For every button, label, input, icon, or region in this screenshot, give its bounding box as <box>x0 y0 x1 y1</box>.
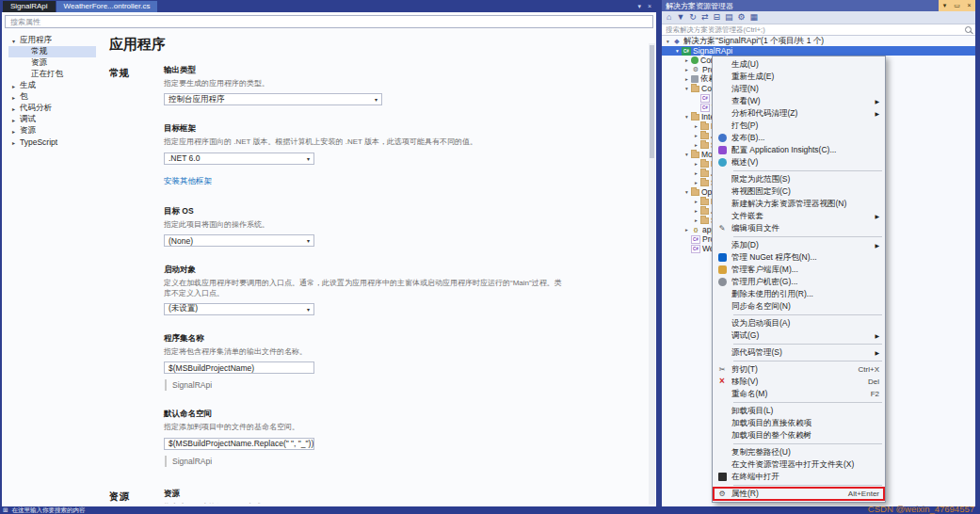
sync-active-document-icon[interactable]: ⇄ <box>701 11 709 24</box>
close-document-icon[interactable]: × <box>648 3 651 10</box>
expander-icon[interactable]: ▾ <box>683 86 691 91</box>
window-position-icon[interactable]: ▾ <box>939 0 951 11</box>
menu-item[interactable]: 限定为此范围(S) <box>713 173 885 185</box>
solution-explorer-search[interactable] <box>662 24 975 36</box>
expander-icon[interactable]: ▸ <box>683 76 691 82</box>
menu-item[interactable]: 配置 Application Insights(C)... <box>713 144 885 156</box>
expander-icon[interactable]: ▾ <box>683 152 691 157</box>
menu-item[interactable]: 重命名(M)F2 <box>713 388 885 400</box>
target-os-dropdown[interactable]: (None) ▾ <box>164 234 314 247</box>
expander-icon[interactable]: ▸ <box>692 123 700 129</box>
expander-icon[interactable]: ▸ <box>692 170 700 176</box>
collapse-all-icon[interactable]: ⊟ <box>713 11 720 24</box>
section-heading-resources: 资源 <box>109 489 164 504</box>
expander-icon[interactable]: ▾ <box>664 39 672 44</box>
menu-item[interactable]: 删除未使用的引用(R)... <box>713 288 885 300</box>
menu-item[interactable]: 概述(V) <box>713 156 885 169</box>
scrollbar-thumb[interactable] <box>650 45 654 158</box>
menu-item[interactable]: 管理客户端库(M)... <box>713 264 885 276</box>
menu-item[interactable]: 同步命名空间(N) <box>713 300 885 313</box>
menu-item[interactable]: 分析和代码清理(Z)▶ <box>713 107 885 120</box>
menu-item[interactable]: 卸载项目(L) <box>713 405 885 417</box>
refresh-icon[interactable]: ↻ <box>689 11 697 24</box>
props-nav-item[interactable]: ▸生成 <box>8 80 96 91</box>
menu-item[interactable]: ✂剪切(T)Ctrl+X <box>713 363 885 376</box>
menu-item[interactable]: 加载项目的直接依赖项 <box>713 417 885 429</box>
expander-icon[interactable]: ▾ <box>683 114 691 120</box>
menu-item[interactable]: 新建解决方案资源管理器视图(N) <box>713 198 885 210</box>
menu-item[interactable]: 源代码管理(S)▶ <box>713 346 885 359</box>
startup-object-dropdown[interactable]: (未设置) ▾ <box>164 303 314 315</box>
expander-icon[interactable]: ▸ <box>692 208 700 214</box>
home-icon[interactable]: ⌂ <box>667 11 671 24</box>
show-all-files-icon[interactable]: ▤ <box>725 11 733 24</box>
expander-icon[interactable]: ▸ <box>692 199 700 204</box>
props-nav-item[interactable]: ▸代码分析 <box>8 103 96 114</box>
output-type-dropdown[interactable]: 控制台应用程序 ▾ <box>164 93 382 105</box>
tree-item[interactable]: ▾◆解决方案"SignalRApi"(1 个项目/共 1 个) <box>662 37 975 46</box>
expander-icon[interactable]: ▸ <box>692 217 700 223</box>
menu-item[interactable]: 将视图固定到(C) <box>713 185 885 198</box>
start-icon[interactable]: ⊞ <box>3 506 8 514</box>
document-scrollbar[interactable] <box>649 43 655 505</box>
filter-icon[interactable]: ▼ <box>676 11 684 24</box>
menu-item[interactable]: 发布(B)... <box>713 132 885 144</box>
expander-icon[interactable]: ▾ <box>683 189 691 195</box>
menu-item[interactable]: ✎编辑项目文件 <box>713 222 885 234</box>
menu-item-label: 生成(U) <box>731 59 879 71</box>
menu-item[interactable]: 调试(G)▶ <box>713 329 885 342</box>
document-list-chevron-icon[interactable]: ▾ <box>637 3 641 10</box>
expander-icon[interactable]: ▸ <box>683 227 691 233</box>
properties-icon[interactable]: ⚙ <box>738 11 746 24</box>
chevron-right-icon: ▸ <box>10 105 17 112</box>
menu-item[interactable]: ×移除(V)Del <box>713 376 885 388</box>
menu-item[interactable]: ⚙属性(R)Alt+Enter <box>713 488 885 500</box>
properties-search-input[interactable] <box>5 15 653 28</box>
props-nav-item[interactable]: ▸调试 <box>8 114 96 125</box>
expander-icon[interactable]: ▾ <box>673 48 682 54</box>
tree-item[interactable]: ▾C#SignalRApi <box>662 46 975 56</box>
expander-icon[interactable]: ▸ <box>683 67 691 72</box>
menu-item[interactable]: 添加(D)▶ <box>713 239 885 251</box>
status-bar[interactable]: ⊞ 在这里输入你要搜索的内容 <box>0 506 980 514</box>
props-nav-item[interactable]: 资源 <box>8 57 96 69</box>
menu-item[interactable]: 加载项目的整个依赖树 <box>713 429 885 442</box>
props-nav-item[interactable]: ▸TypeScript <box>8 137 96 148</box>
expander-icon[interactable]: ▸ <box>683 57 691 63</box>
default-namespace-input[interactable]: $(MSBuildProjectName.Replace(" ", "_")) <box>164 438 314 450</box>
menu-item-label: 调试(G) <box>731 330 869 342</box>
props-nav-item[interactable]: 常规 <box>8 46 96 57</box>
menu-item[interactable]: 在终端中打开 <box>713 471 885 483</box>
expander-icon[interactable]: ▸ <box>692 161 700 167</box>
expander-icon[interactable]: ▸ <box>692 142 700 148</box>
solution-explorer-titlebar[interactable]: 解决方案资源管理器 ▾▭× <box>662 0 975 11</box>
menu-item[interactable]: 查看(W)▶ <box>713 95 885 107</box>
menu-item[interactable]: 重新生成(E) <box>713 71 885 83</box>
status-text[interactable]: 在这里输入你要搜索的内容 <box>11 506 85 514</box>
menu-item[interactable]: 复制完整路径(U) <box>713 446 885 458</box>
props-nav-item[interactable]: ▾应用程序 <box>8 35 96 46</box>
close-icon[interactable]: × <box>963 0 975 11</box>
assembly-name-input[interactable]: $(MSBuildProjectName) <box>164 361 314 374</box>
tab-signalrapi[interactable]: SignalRApi <box>3 1 56 12</box>
props-nav-item[interactable]: ▸资源 <box>8 125 96 137</box>
menu-item[interactable]: 生成(U) <box>713 58 885 71</box>
menu-item[interactable]: 打包(P) <box>713 120 885 132</box>
menu-item[interactable]: 管理 NuGet 程序包(N)... <box>713 251 885 264</box>
menu-item[interactable]: 设为启动项目(A) <box>713 317 885 329</box>
props-nav-item[interactable]: 正在打包 <box>8 69 96 80</box>
menu-item[interactable]: 清理(N) <box>713 83 885 95</box>
dropdown-value: (None) <box>169 236 193 246</box>
preview-icon[interactable]: ▦ <box>750 11 759 24</box>
menu-item[interactable]: 在文件资源管理器中打开文件夹(X) <box>713 458 885 471</box>
menu-item[interactable]: 管理用户机密(G)... <box>713 276 885 288</box>
maximize-icon[interactable]: ▭ <box>951 0 963 11</box>
menu-item[interactable]: 文件嵌套▶ <box>713 210 885 222</box>
expander-icon[interactable]: ▸ <box>692 133 700 138</box>
expander-icon[interactable]: ▸ <box>692 180 700 185</box>
props-nav-item[interactable]: ▸包 <box>8 91 96 103</box>
install-other-frameworks-link[interactable]: 安装其他框架 <box>164 176 212 187</box>
solution-search-input[interactable] <box>666 25 961 34</box>
target-framework-dropdown[interactable]: .NET 6.0 ▾ <box>164 153 314 165</box>
tab-weatherforecastcontroller[interactable]: WeatherFore...ontroller.cs <box>56 1 158 12</box>
